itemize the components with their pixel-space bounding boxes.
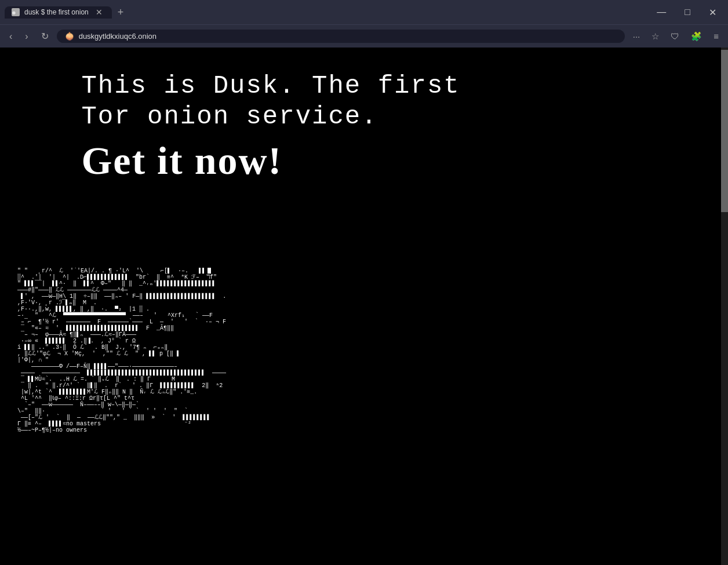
headline-line2: Tor onion service.	[81, 102, 377, 131]
ascii-art-area: " " ¸r/^ ℒ '`'ÉÂ|/. . ¶ ·'L^ '\ ⌐[▌ ·–. …	[0, 268, 721, 565]
navigation-bar: ‹ › ↻ 🧅 ··· ☆ 🛡 🧩 ≡	[0, 24, 728, 48]
page-text-area: This is Dusk. The first Tor onion servic…	[81, 71, 570, 184]
cta-text[interactable]: Get it now!	[81, 138, 570, 184]
shield-button[interactable]: 🛡	[666, 29, 684, 43]
cta-label: Get it now!	[81, 138, 282, 183]
forward-button[interactable]: ›	[20, 29, 32, 44]
headline: This is Dusk. The first Tor onion servic…	[81, 71, 570, 132]
window-controls: — □ ✕	[650, 5, 723, 20]
address-bar-container[interactable]: 🧅	[57, 30, 625, 43]
nav-right-buttons: ··· ☆ 🛡 🧩 ≡	[628, 29, 723, 44]
more-options-button[interactable]: ···	[628, 29, 645, 43]
tab-favicon-icon: ●	[12, 8, 20, 16]
extensions-button[interactable]: 🧩	[686, 29, 707, 44]
page-content: This is Dusk. The first Tor onion servic…	[0, 48, 728, 565]
active-tab[interactable]: ● dusk $ the first onion ✕	[5, 6, 112, 19]
tab-close-button[interactable]: ✕	[93, 6, 105, 18]
page-inner: This is Dusk. The first Tor onion servic…	[0, 48, 721, 565]
onion-icon: 🧅	[65, 32, 74, 41]
reload-button[interactable]: ↻	[37, 28, 53, 44]
back-button[interactable]: ‹	[5, 29, 17, 44]
maximize-button[interactable]: □	[678, 5, 697, 20]
headline-line1: This is Dusk. The first	[81, 71, 460, 100]
scrollbar-track[interactable]	[721, 48, 728, 565]
ascii-canvas: " " ¸r/^ ℒ '`'ÉÂ|/. . ¶ ·'L^ '\ ⌐[▌ ·–. …	[0, 268, 721, 433]
scrollbar-thumb[interactable]	[721, 50, 728, 212]
browser-window: ● dusk $ the first onion ✕ + — □ ✕ ‹ › ↻…	[0, 0, 728, 565]
tab-title: dusk $ the first onion	[24, 8, 89, 16]
new-tab-button[interactable]: +	[112, 6, 130, 19]
tab-bar: ● dusk $ the first onion ✕ +	[5, 6, 647, 19]
minimize-button[interactable]: —	[650, 5, 673, 20]
address-bar[interactable]	[79, 32, 617, 41]
ascii-wrapper: " " ¸r/^ ℒ '`'ÉÂ|/. . ¶ ·'L^ '\ ⌐[▌ ·–. …	[0, 268, 721, 565]
menu-button[interactable]: ≡	[709, 29, 723, 43]
title-bar: ● dusk $ the first onion ✕ + — □ ✕	[0, 0, 728, 24]
bookmark-button[interactable]: ☆	[647, 29, 664, 44]
close-button[interactable]: ✕	[702, 5, 723, 20]
